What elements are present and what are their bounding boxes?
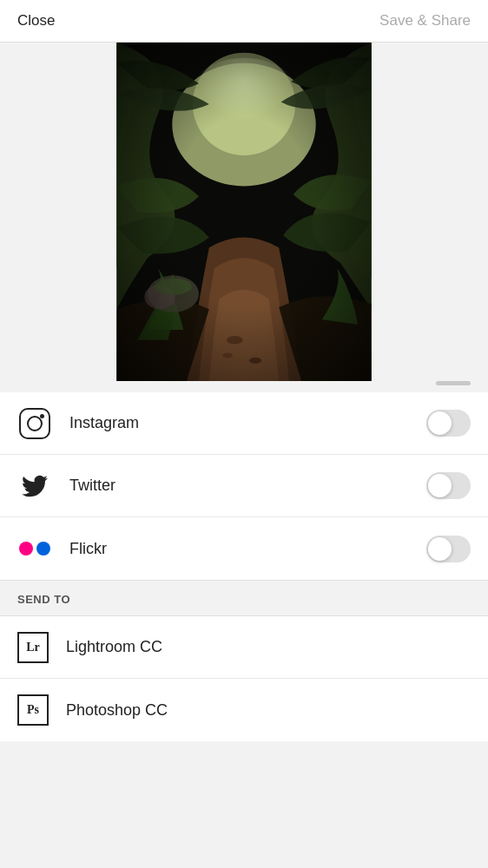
twitter-logo bbox=[22, 475, 48, 497]
photoshop-label: Photoshop CC bbox=[66, 701, 471, 720]
flickr-toggle[interactable] bbox=[426, 536, 471, 562]
photoshop-list-item[interactable]: Ps Photoshop CC bbox=[0, 679, 488, 741]
flickr-pink-dot bbox=[19, 542, 33, 556]
scroll-indicator bbox=[0, 381, 488, 392]
instagram-toggle[interactable] bbox=[426, 410, 471, 437]
instagram-icon bbox=[17, 406, 52, 441]
close-button[interactable]: Close bbox=[17, 12, 55, 30]
lightroom-icon: Lr bbox=[17, 632, 49, 663]
instagram-toggle-knob bbox=[428, 411, 452, 435]
flickr-list-item: Flickr bbox=[0, 517, 488, 580]
share-list-section: Instagram Twitter Flickr bbox=[0, 392, 488, 580]
twitter-label: Twitter bbox=[69, 477, 426, 495]
save-share-button[interactable]: Save & Share bbox=[379, 12, 471, 30]
instagram-label: Instagram bbox=[69, 414, 426, 432]
photo-area bbox=[0, 43, 488, 381]
flickr-logo bbox=[19, 540, 50, 557]
flickr-toggle-knob bbox=[428, 537, 452, 561]
instagram-list-item: Instagram bbox=[0, 392, 488, 455]
twitter-toggle[interactable] bbox=[426, 472, 471, 499]
photoshop-icon: Ps bbox=[17, 694, 49, 726]
scroll-pill bbox=[436, 381, 471, 385]
flickr-label: Flickr bbox=[69, 540, 426, 558]
instagram-logo bbox=[19, 408, 50, 439]
send-to-section-header: SEND TO bbox=[0, 580, 488, 616]
photo-image bbox=[136, 69, 352, 355]
flickr-icon bbox=[17, 531, 52, 566]
lightroom-list-item[interactable]: Lr Lightroom CC bbox=[0, 616, 488, 679]
send-to-section: Lr Lightroom CC Ps Photoshop CC bbox=[0, 616, 488, 741]
svg-rect-10 bbox=[136, 69, 352, 355]
flickr-blue-dot bbox=[36, 542, 50, 556]
lightroom-label: Lightroom CC bbox=[66, 638, 471, 656]
header: Close Save & Share bbox=[0, 0, 488, 43]
twitter-list-item: Twitter bbox=[0, 455, 488, 517]
twitter-icon bbox=[17, 469, 52, 503]
twitter-toggle-knob bbox=[428, 474, 452, 497]
photo-preview bbox=[136, 69, 352, 355]
send-to-heading: SEND TO bbox=[17, 593, 70, 606]
